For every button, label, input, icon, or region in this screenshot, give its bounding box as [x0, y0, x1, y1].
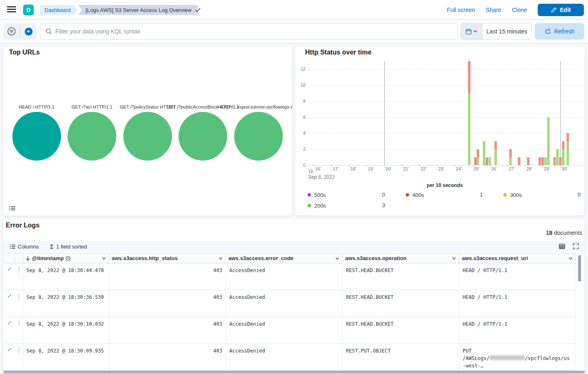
- stacked-bar[interactable]: [527, 61, 529, 165]
- bar-segment-400s[interactable]: [541, 157, 544, 165]
- row-checkbox[interactable]: [18, 347, 19, 353]
- bar-segment-400s[interactable]: [474, 157, 477, 165]
- stacked-bar[interactable]: [553, 61, 556, 165]
- column-actions-chevron-icon[interactable]: [218, 256, 223, 261]
- column-header-aws-s3access-request-uri[interactable]: aws.s3access.request_uri: [459, 253, 576, 263]
- pie-slice[interactable]: [68, 112, 116, 161]
- breadcrumb-current-dashboard[interactable]: [Logs AWS] S3 Server Access Log Overview: [78, 5, 198, 15]
- bar-segment-400s[interactable]: [486, 157, 488, 165]
- row-checkbox[interactable]: [18, 293, 19, 300]
- stacked-bar[interactable]: [477, 61, 479, 165]
- pie-slice[interactable]: [234, 112, 283, 161]
- menu-icon[interactable]: [7, 6, 16, 14]
- bar-segment-200s[interactable]: [494, 149, 497, 165]
- bar-segment-400s[interactable]: [518, 157, 520, 165]
- clone-button[interactable]: Clone: [512, 7, 527, 13]
- expand-document-icon[interactable]: [4, 317, 15, 343]
- bar-segment-400s[interactable]: [468, 61, 470, 93]
- bar-segment-400s[interactable]: [553, 157, 556, 165]
- stacked-bar[interactable]: [559, 61, 562, 165]
- x-axis-tick-label: 23': [438, 166, 444, 171]
- bar-segment-400s[interactable]: [509, 149, 512, 157]
- bar-segment-400s[interactable]: [477, 149, 479, 157]
- filter-options-icon[interactable]: [3, 23, 20, 40]
- bar-segment-200s[interactable]: [567, 141, 569, 165]
- pie-slice[interactable]: [123, 112, 172, 161]
- legend-toggle-icon[interactable]: [9, 206, 15, 211]
- column-header-aws-s3access-error-code[interactable]: aws.s3access.error_code: [226, 253, 343, 263]
- bar-segment-400s[interactable]: [567, 133, 569, 141]
- time-range-label[interactable]: Last 15 minutes: [482, 24, 531, 39]
- table-vertical-scrollbar[interactable]: [578, 255, 581, 282]
- expand-document-icon[interactable]: [4, 290, 15, 317]
- stacked-bar[interactable]: [547, 61, 550, 165]
- stacked-bar[interactable]: [489, 61, 491, 165]
- stacked-bar[interactable]: [509, 61, 512, 165]
- time-range-picker[interactable]: Last 15 minutes: [461, 23, 532, 40]
- expand-document-icon[interactable]: [4, 263, 15, 290]
- legend-item-300s[interactable]: 300s: [503, 192, 522, 198]
- stacked-bar[interactable]: [539, 61, 541, 165]
- column-header-aws-s3access-http-status[interactable]: aws.s3access.http_status: [109, 253, 226, 263]
- stacked-bar[interactable]: [518, 61, 520, 165]
- legend-item-500s[interactable]: 500s: [308, 192, 326, 198]
- columns-button[interactable]: Columns: [10, 244, 39, 250]
- bar-segment-200s[interactable]: [468, 93, 470, 165]
- stacked-bar[interactable]: [562, 61, 564, 165]
- column-actions-chevron-icon[interactable]: [101, 256, 106, 261]
- bar-segment-400s[interactable]: [527, 157, 529, 165]
- bar-segment-200s[interactable]: [562, 149, 564, 165]
- column-actions-chevron-icon[interactable]: [452, 256, 456, 261]
- header-checkbox-cell: [15, 253, 23, 263]
- stacked-bar[interactable]: [544, 61, 547, 165]
- column-actions-chevron-icon[interactable]: [335, 256, 340, 261]
- column-header-aws-s3access-operation[interactable]: aws.s3access.operation: [343, 253, 459, 263]
- stacked-bar[interactable]: [483, 61, 485, 165]
- refresh-button[interactable]: Refresh: [535, 23, 584, 40]
- row-checkbox[interactable]: [18, 320, 19, 327]
- full-screen-button[interactable]: Full screen: [447, 7, 475, 13]
- stacked-bar[interactable]: [567, 61, 569, 165]
- legend-label: 400s: [412, 192, 424, 198]
- stacked-bar[interactable]: [494, 61, 497, 165]
- stacked-bar[interactable]: [474, 61, 477, 165]
- bar-segment-200s[interactable]: [544, 157, 547, 165]
- pie-slice[interactable]: [12, 112, 61, 161]
- bar-segment-400s[interactable]: [539, 157, 541, 165]
- grid-toolbar: Columns 1 field sorted: [3, 241, 585, 252]
- bar-segment-200s[interactable]: [547, 117, 550, 165]
- stacked-bar[interactable]: [541, 61, 544, 165]
- bar-segment-200s[interactable]: [509, 157, 512, 165]
- legend-item-200s[interactable]: 200s: [308, 202, 326, 209]
- sort-fields-button[interactable]: 1 field sorted: [49, 244, 87, 250]
- expand-document-icon[interactable]: [4, 344, 15, 370]
- row-checkbox[interactable]: [18, 266, 19, 273]
- stacked-bar[interactable]: [486, 61, 488, 165]
- edit-button[interactable]: Edit: [538, 4, 584, 16]
- legend-dot-icon: [406, 193, 409, 196]
- column-header--timestamp[interactable]: @timestamp: [23, 253, 109, 263]
- dashboard-app-badge[interactable]: D: [23, 5, 34, 15]
- breadcrumb-dashboard[interactable]: Dashboard: [40, 5, 78, 15]
- stacked-bar[interactable]: [468, 61, 470, 165]
- kql-search-input[interactable]: [55, 28, 452, 35]
- row-checkbox-cell: [15, 344, 23, 370]
- x-axis-tick: [367, 165, 367, 167]
- bar-segment-200s[interactable]: [477, 157, 479, 165]
- add-filter-icon[interactable]: +: [20, 23, 37, 40]
- fullscreen-grid-icon[interactable]: [573, 243, 579, 250]
- legend-item-400s[interactable]: 400s: [406, 192, 424, 198]
- bar-segment-200s[interactable]: [483, 141, 485, 165]
- bar-segment-200s[interactable]: [556, 149, 559, 165]
- bar-segment-400s[interactable]: [559, 157, 562, 165]
- table-horizontal-scrollbar[interactable]: [3, 371, 585, 374]
- bar-segment-200s[interactable]: [489, 157, 491, 165]
- bar-segment-400s[interactable]: [562, 141, 564, 149]
- display-options-icon[interactable]: [559, 243, 565, 250]
- share-button[interactable]: Share: [486, 7, 501, 13]
- stacked-bar[interactable]: [556, 61, 559, 165]
- column-actions-chevron-icon[interactable]: [568, 256, 573, 261]
- pie-slice[interactable]: [179, 112, 227, 161]
- bar-segment-400s[interactable]: [494, 141, 497, 149]
- calendar-segment[interactable]: [461, 24, 482, 39]
